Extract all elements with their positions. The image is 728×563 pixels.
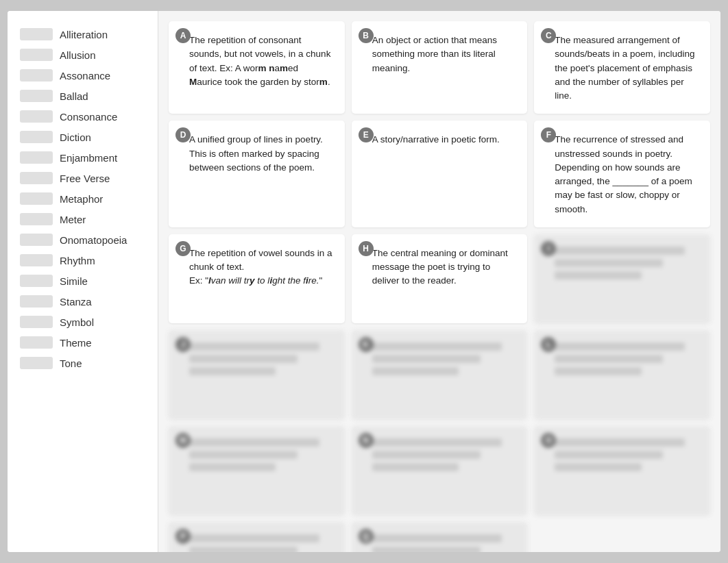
sidebar-label: Meter <box>60 214 86 225</box>
cell-letter-badge: F <box>541 127 556 142</box>
cell-text: An object or action that means something… <box>372 34 517 75</box>
cell-text <box>189 342 334 375</box>
cell-letter-badge: C <box>541 28 556 43</box>
grid-cell: DA unified group of lines in poetry. Thi… <box>169 121 345 227</box>
drag-handle-icon <box>20 295 53 308</box>
sidebar-label: Symbol <box>60 316 94 328</box>
grid-cell: K <box>352 330 528 419</box>
drag-handle-icon <box>20 69 53 82</box>
drag-handle-icon <box>20 254 53 266</box>
cell-text: A story/narrative in poetic form. <box>372 133 517 147</box>
sidebar-item[interactable]: Assonance <box>14 66 151 85</box>
grid-cell: O <box>534 426 710 515</box>
cell-letter-badge: G <box>175 241 191 256</box>
main-container: AlliterationAllusionAssonanceBalladConso… <box>8 11 720 552</box>
sidebar-item[interactable]: Metaphor <box>14 189 151 208</box>
grid-container: AThe repetition of consonant sounds, but… <box>169 21 710 552</box>
sidebar-label: Rhythm <box>60 255 95 266</box>
grid-cell: CThe measured arrangement of sounds/beat… <box>534 21 710 114</box>
drag-handle-icon <box>20 213 53 225</box>
grid-area: AThe repetition of consonant sounds, but… <box>158 11 720 552</box>
sidebar-item[interactable]: Meter <box>14 210 151 229</box>
grid-cell: GThe repetition of vowel sounds in a chu… <box>169 234 345 323</box>
cell-letter-badge: M <box>175 433 191 448</box>
drag-handle-icon <box>20 90 53 102</box>
grid-cell: N <box>352 426 528 515</box>
cell-letter-badge: J <box>175 337 191 352</box>
sidebar-label: Onomatopoeia <box>60 234 127 246</box>
sidebar-label: Simile <box>60 275 88 287</box>
grid-cell: J <box>169 330 345 419</box>
grid-cell: P <box>169 522 345 552</box>
grid-cell: HThe central meaning or dominant message… <box>352 234 528 323</box>
sidebar-label: Stanza <box>60 296 92 308</box>
cell-text: A unified group of lines in poetry. This… <box>189 133 334 175</box>
sidebar-item[interactable]: Enjambment <box>14 148 151 167</box>
cell-text: The repetition of consonant sounds, but … <box>189 34 334 89</box>
cell-letter-badge: A <box>175 28 191 43</box>
sidebar-label: Free Verse <box>60 173 110 184</box>
drag-handle-icon <box>20 336 53 349</box>
grid-cell: FThe recurrence of stressed and unstress… <box>534 121 710 227</box>
drag-handle-icon <box>20 275 53 287</box>
cell-text: The central meaning or dominant message … <box>372 247 517 288</box>
cell-letter-badge: P <box>175 529 191 544</box>
drag-handle-icon <box>20 131 53 143</box>
drag-handle-icon <box>20 110 53 123</box>
sidebar-label: Allusion <box>60 49 96 61</box>
cell-letter-badge: H <box>359 241 374 256</box>
cell-letter-badge: I <box>541 241 556 256</box>
cell-text <box>189 438 334 471</box>
grid-cell: BAn object or action that means somethin… <box>352 21 528 114</box>
sidebar-item[interactable]: Stanza <box>14 292 151 311</box>
sidebar-item[interactable]: Free Verse <box>14 168 151 188</box>
cell-text: The recurrence of stressed and unstresse… <box>555 133 699 216</box>
grid-cell: L <box>534 330 710 419</box>
drag-handle-icon <box>20 192 53 205</box>
cell-letter-badge: L <box>541 337 556 352</box>
cell-letter-badge: E <box>359 127 374 142</box>
sidebar-item[interactable]: Theme <box>14 333 151 352</box>
drag-handle-icon <box>20 357 53 369</box>
sidebar-item[interactable]: Allusion <box>14 45 151 64</box>
sidebar-label: Tone <box>60 358 82 369</box>
cell-text: The measured arrangement of sounds/beats… <box>555 34 699 103</box>
sidebar: AlliterationAllusionAssonanceBalladConso… <box>8 11 158 552</box>
sidebar-item[interactable]: Tone <box>14 353 151 373</box>
cell-text <box>372 342 517 375</box>
grid-cell: I <box>534 234 710 323</box>
cell-text: The repetition of vowel sounds in a chun… <box>189 247 334 288</box>
sidebar-label: Alliteration <box>60 29 108 40</box>
sidebar-label: Consonance <box>60 111 117 123</box>
sidebar-item[interactable]: Simile <box>14 271 151 290</box>
sidebar-label: Theme <box>60 337 92 349</box>
cell-letter-badge: N <box>359 433 374 448</box>
cell-letter-badge: Q <box>359 529 374 544</box>
cell-text <box>189 534 334 552</box>
drag-handle-icon <box>20 28 53 40</box>
grid-cell: Q <box>352 522 528 552</box>
sidebar-label: Metaphor <box>60 193 103 205</box>
drag-handle-icon <box>20 316 53 328</box>
sidebar-item[interactable]: Rhythm <box>14 251 151 270</box>
sidebar-label: Assonance <box>60 70 110 82</box>
sidebar-item[interactable]: Alliteration <box>14 25 151 44</box>
sidebar-label: Ballad <box>60 90 88 102</box>
sidebar-item[interactable]: Ballad <box>14 86 151 105</box>
cell-text <box>372 438 517 471</box>
cell-letter-badge: D <box>175 127 191 142</box>
sidebar-item[interactable]: Diction <box>14 127 151 147</box>
sidebar-item[interactable]: Consonance <box>14 107 151 126</box>
sidebar-item[interactable]: Onomatopoeia <box>14 230 151 249</box>
drag-handle-icon <box>20 234 53 246</box>
cell-letter-badge: B <box>359 28 374 43</box>
cell-text <box>555 342 699 375</box>
cell-text <box>372 534 517 552</box>
sidebar-item[interactable]: Symbol <box>14 312 151 331</box>
cell-letter-badge: K <box>359 337 374 352</box>
sidebar-label: Enjambment <box>60 152 117 164</box>
cell-text <box>555 438 699 471</box>
cell-text <box>555 247 699 279</box>
grid-cell: M <box>169 426 345 515</box>
sidebar-label: Diction <box>60 132 91 143</box>
